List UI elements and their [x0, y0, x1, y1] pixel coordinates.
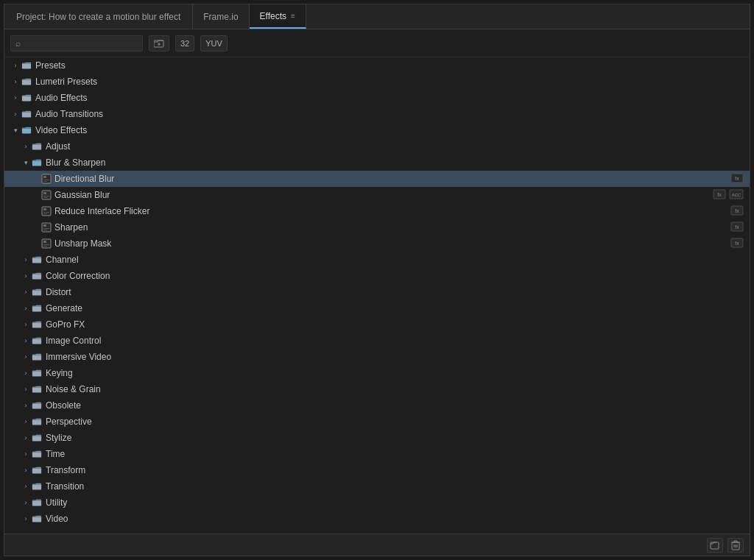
folder-icon-image-control — [31, 336, 43, 346]
chevron-directional-blur[interactable] — [31, 174, 41, 184]
chevron-blur-sharpen[interactable]: ▾ — [21, 157, 31, 168]
svg-rect-30 — [42, 223, 51, 232]
badges-directional-blur: fx — [730, 173, 750, 185]
svg-rect-25 — [43, 208, 46, 210]
tree-item-color-correction[interactable]: › Color Correction — [4, 268, 750, 284]
svg-rect-43 — [32, 274, 41, 279]
chevron-unsharp-mask[interactable] — [31, 238, 41, 249]
chevron-reduce-interlace[interactable] — [31, 206, 41, 216]
chevron-obsolete[interactable]: › — [21, 400, 31, 411]
item-label-audio-effects: Audio Effects — [35, 93, 750, 103]
bit-depth-button[interactable]: 32 — [175, 35, 194, 52]
svg-rect-16 — [42, 191, 51, 199]
chevron-stylize[interactable]: › — [21, 433, 31, 443]
item-label-gopro-fx: GoPro FX — [46, 319, 750, 330]
tab-effects[interactable]: Effects ≡ — [250, 4, 306, 29]
chevron-video-effects[interactable]: ▾ — [10, 125, 21, 135]
tree-item-adjust[interactable]: › Adjust — [4, 138, 750, 155]
tree-item-generate[interactable]: › Generate — [4, 300, 750, 316]
tab-frameio[interactable]: Frame.io — [193, 4, 249, 29]
item-label-blur-sharpen: Blur & Sharpen — [46, 157, 750, 168]
chevron-video[interactable]: › — [21, 514, 31, 524]
tree-item-unsharp-mask[interactable]: Unsharp Mask fx — [4, 235, 750, 252]
chevron-transition[interactable]: › — [21, 481, 31, 492]
item-label-reduce-interlace: Reduce Interlace Flicker — [54, 206, 730, 216]
chevron-generate[interactable]: › — [21, 303, 31, 313]
tree-item-sharpen[interactable]: Sharpen fx — [4, 219, 750, 235]
new-bin-button[interactable] — [707, 538, 723, 553]
svg-rect-53 — [32, 436, 41, 441]
color-space-button[interactable]: YUV — [200, 35, 228, 52]
tree-item-gaussian-blur[interactable]: Gaussian Blur fx ACC — [4, 187, 750, 203]
tree-item-transform[interactable]: › Transform — [4, 462, 750, 478]
chevron-audio-transitions[interactable]: › — [10, 109, 21, 119]
tree-item-gopro-fx[interactable]: › GoPro FX — [4, 316, 750, 333]
tree-item-audio-effects[interactable]: › Audio Effects — [4, 90, 750, 106]
chevron-gopro-fx[interactable]: › — [21, 319, 31, 330]
tree-item-lumetri-presets[interactable]: › Lumetri Presets — [4, 74, 750, 90]
tree-item-time[interactable]: › Time — [4, 446, 750, 462]
chevron-immersive-video[interactable]: › — [21, 352, 31, 362]
chevron-audio-effects[interactable]: › — [10, 93, 21, 103]
folder-icon-immersive-video — [31, 352, 43, 362]
chevron-noise-grain[interactable]: › — [21, 384, 31, 394]
tree-item-perspective[interactable]: › Perspective — [4, 414, 750, 430]
tree-item-directional-blur[interactable]: Directional Blur fx — [4, 171, 750, 187]
chevron-utility[interactable]: › — [21, 497, 31, 508]
tree-item-channel[interactable]: › Channel — [4, 252, 750, 268]
chevron-gaussian-blur[interactable] — [31, 190, 41, 200]
chevron-channel[interactable]: › — [21, 255, 31, 265]
chevron-color-correction[interactable]: › — [21, 271, 31, 281]
chevron-presets[interactable]: › — [10, 60, 21, 71]
tree-item-noise-grain[interactable]: › Noise & Grain — [4, 381, 750, 397]
item-label-obsolete: Obsolete — [46, 400, 750, 411]
tree-item-utility[interactable]: › Utility — [4, 495, 750, 511]
tree-item-obsolete[interactable]: › Obsolete — [4, 397, 750, 414]
new-folder-icon — [154, 39, 164, 48]
chevron-perspective[interactable]: › — [21, 417, 31, 427]
chevron-lumetri-presets[interactable]: › — [10, 77, 21, 87]
chevron-distort[interactable]: › — [21, 287, 31, 297]
item-label-adjust: Adjust — [46, 141, 750, 152]
chevron-sharpen[interactable] — [31, 222, 41, 233]
chevron-adjust[interactable]: › — [21, 141, 31, 152]
tree-item-keying[interactable]: › Keying — [4, 365, 750, 381]
tree-item-immersive-video[interactable]: › Immersive Video — [4, 349, 750, 365]
search-input[interactable] — [24, 38, 138, 49]
new-folder-button[interactable] — [149, 35, 169, 52]
svg-rect-24 — [42, 207, 51, 216]
delete-button[interactable] — [727, 538, 744, 553]
chevron-time[interactable]: › — [21, 449, 31, 459]
tree-item-image-control[interactable]: › Image Control — [4, 333, 750, 349]
svg-rect-38 — [43, 244, 49, 245]
badge-fx-unsharp-mask: fx — [730, 238, 744, 250]
svg-rect-46 — [32, 322, 41, 327]
tree-item-transition[interactable]: › Transition — [4, 478, 750, 495]
search-icon: ⌕ — [15, 38, 21, 49]
svg-text:fx: fx — [735, 241, 739, 246]
chevron-keying[interactable]: › — [21, 368, 31, 378]
tree-item-video-effects[interactable]: ▾ Video Effects — [4, 122, 750, 138]
svg-rect-58 — [32, 517, 41, 522]
badge-fx-reduce-interlace: fx — [730, 205, 744, 218]
folder-icon-channel — [31, 255, 43, 265]
tree-item-presets[interactable]: › Presets — [4, 57, 750, 74]
chevron-image-control[interactable]: › — [21, 336, 31, 346]
folder-icon-utility — [31, 497, 43, 508]
tree-item-blur-sharpen[interactable]: ▾ Blur & Sharpen — [4, 155, 750, 171]
search-box[interactable]: ⌕ — [10, 35, 143, 52]
svg-rect-57 — [32, 500, 41, 506]
chevron-transform[interactable]: › — [21, 465, 31, 475]
tree-item-audio-transitions[interactable]: › Audio Transitions — [4, 106, 750, 122]
tree-item-video[interactable]: › Video — [4, 511, 750, 527]
tab-menu-icon[interactable]: ≡ — [291, 12, 295, 20]
tree-item-distort[interactable]: › Distort — [4, 284, 750, 300]
tree-item-stylize[interactable]: › Stylize — [4, 430, 750, 446]
folder-icon-video-effects — [21, 125, 32, 135]
svg-rect-51 — [32, 403, 41, 408]
svg-rect-9 — [32, 160, 41, 166]
tree-item-reduce-interlace[interactable]: Reduce Interlace Flicker fx — [4, 203, 750, 219]
svg-rect-27 — [43, 213, 47, 214]
svg-rect-11 — [43, 176, 46, 178]
svg-rect-10 — [42, 174, 51, 183]
